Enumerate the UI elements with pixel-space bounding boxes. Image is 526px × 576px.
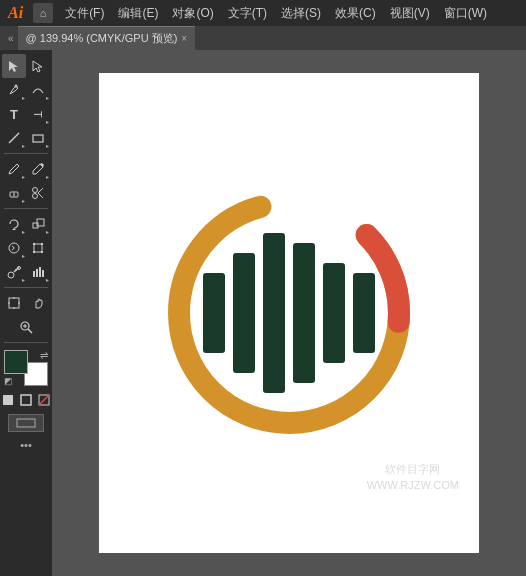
column-graph-tool-button[interactable]: ▸ bbox=[26, 260, 50, 284]
more-tools-button[interactable]: ••• bbox=[20, 439, 32, 451]
svg-point-8 bbox=[33, 194, 38, 199]
svg-point-7 bbox=[33, 188, 38, 193]
toolbar-separator-4 bbox=[4, 342, 48, 343]
bar-5 bbox=[323, 263, 345, 363]
svg-rect-16 bbox=[41, 251, 43, 253]
scissors-tool-button[interactable] bbox=[26, 181, 50, 205]
reset-colors-button[interactable]: ◩ bbox=[4, 376, 13, 386]
svg-line-1 bbox=[9, 133, 19, 143]
fill-mode-button[interactable] bbox=[0, 392, 16, 408]
tab-label: @ 139.94% (CMYK/GPU 预览) bbox=[26, 31, 178, 46]
svg-rect-35 bbox=[21, 395, 31, 405]
bar-4 bbox=[293, 243, 315, 383]
svg-rect-25 bbox=[9, 298, 19, 308]
menu-window[interactable]: 窗口(W) bbox=[438, 3, 493, 24]
toolbar-separator-2 bbox=[4, 208, 48, 209]
symbol-sprayer-button[interactable]: ▸ bbox=[2, 260, 26, 284]
tabs-bar: « @ 139.94% (CMYK/GPU 预览) × bbox=[0, 26, 526, 50]
svg-rect-14 bbox=[41, 243, 43, 245]
main-area: ▸ ▸ T T ▸ ▸ ▸ bbox=[0, 50, 526, 576]
hand-tool-button[interactable] bbox=[26, 291, 50, 315]
watermark-line2: WWW.RJZW.COM bbox=[367, 478, 459, 493]
menu-view[interactable]: 视图(V) bbox=[384, 3, 436, 24]
free-transform-tool-button[interactable] bbox=[26, 236, 50, 260]
app-logo: Ai bbox=[4, 4, 27, 22]
eraser-tool-button[interactable]: ▸ bbox=[2, 181, 26, 205]
left-toolbar: ▸ ▸ T T ▸ ▸ ▸ bbox=[0, 50, 52, 576]
menu-text[interactable]: 文字(T) bbox=[222, 3, 273, 24]
svg-rect-34 bbox=[3, 395, 13, 405]
line-segment-tool-button[interactable]: ▸ bbox=[2, 126, 26, 150]
bar-3 bbox=[263, 233, 285, 393]
svg-rect-23 bbox=[39, 267, 41, 277]
paintbrush-tool-button[interactable]: ▸ bbox=[2, 157, 26, 181]
warp-tool-button[interactable]: ▸ bbox=[2, 236, 26, 260]
watermark-line1: 软件目字网 bbox=[367, 462, 459, 477]
vertical-type-tool-button[interactable]: T ▸ bbox=[26, 102, 50, 126]
draw-normal-button[interactable] bbox=[8, 414, 44, 432]
tab-collapse-button[interactable]: « bbox=[4, 33, 18, 44]
menu-edit[interactable]: 编辑(E) bbox=[112, 3, 164, 24]
watermark: 软件目字网 WWW.RJZW.COM bbox=[367, 462, 459, 493]
direct-selection-tool-button[interactable] bbox=[26, 54, 50, 78]
svg-rect-21 bbox=[33, 271, 35, 277]
svg-rect-12 bbox=[34, 244, 42, 252]
svg-line-5 bbox=[38, 188, 43, 193]
svg-line-6 bbox=[38, 193, 43, 198]
svg-line-37 bbox=[39, 395, 49, 405]
pen-tool-button[interactable]: ▸ bbox=[2, 78, 26, 102]
bar-6 bbox=[353, 273, 375, 353]
canvas-document: 软件目字网 WWW.RJZW.COM bbox=[99, 73, 479, 553]
type-tool-button[interactable]: T bbox=[2, 102, 26, 126]
menu-object[interactable]: 对象(O) bbox=[166, 3, 219, 24]
bar-1 bbox=[203, 273, 225, 353]
svg-rect-38 bbox=[17, 419, 35, 427]
svg-rect-24 bbox=[42, 270, 44, 277]
menu-bar: Ai ⌂ 文件(F) 编辑(E) 对象(O) 文字(T) 选择(S) 效果(C)… bbox=[0, 0, 526, 26]
active-tab[interactable]: @ 139.94% (CMYK/GPU 预览) × bbox=[18, 26, 196, 50]
svg-rect-22 bbox=[36, 269, 38, 277]
svg-point-19 bbox=[15, 269, 17, 271]
bar-2 bbox=[233, 253, 255, 373]
artboard-tool-button[interactable] bbox=[2, 291, 26, 315]
stroke-mode-button[interactable] bbox=[18, 392, 34, 408]
mode-row bbox=[0, 392, 52, 408]
menu-effect[interactable]: 效果(C) bbox=[329, 3, 382, 24]
curvature-tool-button[interactable]: ▸ bbox=[26, 78, 50, 102]
foreground-color-swatch[interactable] bbox=[4, 350, 28, 374]
selection-tool-button[interactable] bbox=[2, 54, 26, 78]
color-swatches: ⇌ ◩ bbox=[4, 350, 48, 386]
svg-point-17 bbox=[8, 272, 14, 278]
rectangle-tool-button[interactable]: ▸ bbox=[26, 126, 50, 150]
svg-rect-13 bbox=[33, 243, 35, 245]
svg-rect-2 bbox=[33, 135, 43, 142]
svg-line-31 bbox=[28, 329, 32, 333]
toolbar-separator-3 bbox=[4, 287, 48, 288]
toolbar-separator-1 bbox=[4, 153, 48, 154]
rotate-tool-button[interactable]: ▸ bbox=[2, 212, 26, 236]
zoom-tool-button[interactable] bbox=[14, 315, 38, 339]
bottom-tools: ••• bbox=[8, 414, 44, 451]
menu-select[interactable]: 选择(S) bbox=[275, 3, 327, 24]
canvas-area[interactable]: 软件目字网 WWW.RJZW.COM bbox=[52, 50, 526, 576]
menu-file[interactable]: 文件(F) bbox=[59, 3, 110, 24]
home-icon[interactable]: ⌂ bbox=[33, 3, 53, 23]
svg-rect-4 bbox=[13, 192, 15, 197]
svg-point-0 bbox=[15, 85, 18, 88]
tab-close-button[interactable]: × bbox=[181, 33, 187, 44]
equalizer-bars bbox=[203, 233, 375, 393]
none-mode-button[interactable] bbox=[36, 392, 52, 408]
svg-rect-15 bbox=[33, 251, 35, 253]
logo-graphic bbox=[159, 183, 419, 443]
scale-tool-button[interactable]: ▸ bbox=[26, 212, 50, 236]
pencil-tool-button[interactable]: ▸ bbox=[26, 157, 50, 181]
swap-colors-button[interactable]: ⇌ bbox=[40, 350, 48, 361]
